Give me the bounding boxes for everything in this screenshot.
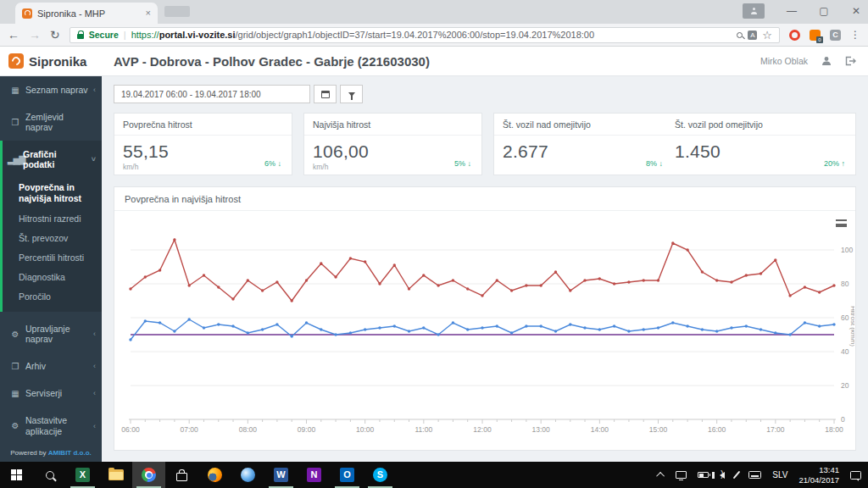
svg-text:18:00: 18:00 [825,425,843,434]
main-content: Povprečna hitrost 55,15 km/h 6% ↓ Najviš… [102,76,868,462]
start-button[interactable] [0,462,33,488]
search-icon [46,471,54,480]
amibit-link[interactable]: AMIBIT d.o.o. [48,449,92,457]
word-icon: W [274,468,288,482]
tray-expand-icon[interactable] [656,472,665,480]
window-maximize-button[interactable]: ▢ [819,5,829,17]
zoom-page-icon[interactable] [737,32,743,38]
battery-icon[interactable] [698,472,709,478]
new-tab-button[interactable] [164,6,190,17]
svg-text:06:00: 06:00 [121,425,140,434]
sidebar-subitem-porocilo[interactable]: Poročilo [3,287,102,307]
svg-text:0: 0 [841,415,845,424]
tab-title: Sipronika - MHP [37,8,141,19]
sidebar-item-nastavitve-aplikacije[interactable]: ⚙ Nastavitve aplikacije ‹ [0,407,102,444]
sidebar-subitem-percentili-hitrosti[interactable]: Percentili hitrosti [3,248,102,268]
language-indicator[interactable]: SLV [772,470,787,480]
taskbar-file-explorer[interactable] [99,462,132,488]
stat-label: Najvišja hitrost [313,119,473,130]
action-center-icon[interactable] [850,471,861,480]
forward-button[interactable]: → [29,29,41,41]
svg-text:07:00: 07:00 [181,425,199,434]
network-icon[interactable] [676,471,687,479]
user-icon[interactable] [821,56,832,66]
taskbar-skype[interactable]: S [364,462,397,488]
sidebar-subitem-hitrostni-razredi[interactable]: Hitrostni razredi [3,209,102,229]
skype-icon: S [373,468,387,482]
taskbar-excel[interactable]: X [66,462,99,488]
taskbar-store[interactable] [165,462,198,488]
page-title: AVP - Dobrova - Polhov Gradec - Gabrje (… [102,54,760,69]
address-bar[interactable]: Secure | https://portal.vi-vozite.si/gri… [70,27,780,43]
chrome-menu-icon[interactable]: ⋮ [850,29,860,41]
taskbar-search-button[interactable] [33,462,66,488]
sipronika-logo-icon [8,53,24,69]
firefox-icon [208,468,222,482]
filter-icon [348,92,355,97]
taskbar-google-earth[interactable] [231,462,264,488]
excel-icon: X [75,468,90,482]
person-icon [750,8,757,14]
calendar-icon [321,91,330,98]
stat-label: Št. vozil nad omejitvijo [503,119,675,130]
sidebar-subitem-povprecna-hitrost[interactable]: Povprečna in najvišja hitrost [3,178,102,208]
taskbar-word[interactable]: W [264,462,298,488]
stat-unit: km/h [313,163,473,171]
calendar-button[interactable] [314,85,337,103]
brand[interactable]: Sipronika [0,53,102,69]
back-button[interactable]: ← [8,29,19,41]
taskbar-onenote[interactable]: N [298,462,331,488]
window-close-button[interactable]: ✕ [851,5,861,17]
svg-text:20: 20 [841,381,849,390]
sidebar-subitem-diagnostika[interactable]: Diagnostika [3,268,102,287]
extension-badge-icon[interactable]: 0 [810,30,821,41]
svg-text:12:00: 12:00 [473,425,492,434]
bookmark-star-icon[interactable]: ☆ [762,30,772,41]
filter-button[interactable] [340,85,363,103]
browser-tab[interactable]: Sipronika - MHP × [15,3,158,24]
taskbar-firefox[interactable] [198,462,231,488]
sidebar-item-arhiv[interactable]: ❐ Arhiv ‹ [0,352,102,380]
sidebar-subitem-st-prevozov[interactable]: Št. prevozov [3,229,102,248]
tab-close-icon[interactable]: × [146,8,151,18]
stat-value: 106,00 [313,141,473,162]
extension-c-icon[interactable]: C [830,30,841,41]
svg-text:17:00: 17:00 [766,425,785,434]
volume-icon[interactable] [720,472,725,479]
sidebar-group-graficni-podatki: ▂▅▇ Grafični podatki ˅ Povprečna in najv… [0,141,102,312]
translate-icon[interactable]: A [748,30,757,40]
window-minimize-button[interactable]: — [787,5,797,17]
svg-text:14:00: 14:00 [591,425,609,434]
grid-icon: ▦ [10,86,20,95]
extension-avast-icon[interactable] [789,30,800,41]
sipronika-favicon-icon [22,8,32,19]
sidebar-item-serviserji[interactable]: ▦ Serviserji ‹ [0,380,102,407]
logout-icon[interactable] [845,56,856,66]
sidebar-item-upravljanje-naprav[interactable]: ⚙ Upravljanje naprav ‹ [0,315,102,352]
stat-change-badge: 8% ↓ [646,159,663,168]
clock[interactable]: 13:4121/04/2017 [798,465,839,485]
svg-text:100: 100 [841,246,853,254]
svg-text:16:00: 16:00 [708,425,726,434]
taskbar-chrome[interactable] [132,462,165,488]
chart-menu-icon[interactable] [836,219,847,227]
reload-button[interactable]: ↻ [50,29,60,41]
windows-taskbar: X W N O S SLV 13:4121/04/2017 [0,462,868,488]
date-range-input[interactable] [114,85,310,103]
chevron-down-icon: ˅ [92,155,96,164]
stat-value: 55,15 [123,141,283,162]
sidebar-item-zemljevid-naprav[interactable]: ❒ Zemljevid naprav [0,103,102,141]
svg-text:13:00: 13:00 [532,425,551,434]
sidebar-item-graficni-podatki[interactable]: ▂▅▇ Grafični podatki ˅ [3,141,102,178]
pen-icon[interactable] [733,471,741,480]
gears-icon: ⚙ [10,421,20,430]
taskbar-outlook[interactable]: O [331,462,364,488]
svg-text:08:00: 08:00 [239,425,258,434]
keyboard-icon[interactable] [748,471,761,479]
file-explorer-icon [108,469,124,480]
outlook-icon: O [340,468,354,482]
chrome-profile-button[interactable] [743,3,765,19]
secure-lock-icon [77,34,84,39]
sidebar-item-seznam-naprav[interactable]: ▦ Seznam naprav ‹ [0,76,102,103]
svg-text:60: 60 [841,313,849,322]
